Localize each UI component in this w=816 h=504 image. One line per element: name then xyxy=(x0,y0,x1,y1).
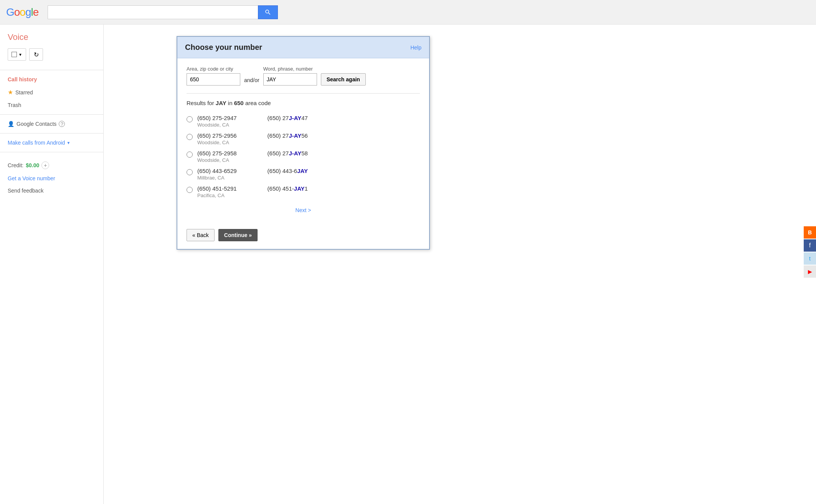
help-icon: ? xyxy=(59,121,65,127)
sidebar-divider-4 xyxy=(0,152,103,152)
result-location-1: Woodside, CA xyxy=(197,122,237,128)
modal-title: Choose your number xyxy=(185,43,262,52)
add-credit-button[interactable]: + xyxy=(41,161,49,169)
result-row: (650) 275-2947 Woodside, CA (650) 27J-AY… xyxy=(187,112,420,130)
result-numbers-1: (650) 275-2947 Woodside, CA (650) 27J-AY… xyxy=(197,115,308,128)
results-list: (650) 275-2947 Woodside, CA (650) 27J-AY… xyxy=(187,112,420,201)
main: Voice ▼ ↻ Call history ★ Starred Trash 👤… xyxy=(0,25,816,504)
formatted-highlight-2: J-AY xyxy=(289,132,301,139)
logo-o2: o xyxy=(20,6,25,18)
result-plain-1: (650) 275-2947 xyxy=(197,115,237,121)
formatted-suffix-2: 56 xyxy=(301,132,308,139)
sidebar-item-make-calls[interactable]: Make calls from Android ▼ xyxy=(0,137,103,149)
formatted-prefix-4: (650) 443-6 xyxy=(268,168,297,174)
search-again-button[interactable]: Search again xyxy=(321,73,366,86)
result-formatted-3: (650) 27J-AY58 xyxy=(268,150,308,156)
facebook-icon[interactable]: f xyxy=(804,239,816,252)
content: Choose your number Help Area, zip code o… xyxy=(104,25,816,504)
result-radio-2[interactable] xyxy=(187,134,193,140)
sidebar-item-trash[interactable]: Trash xyxy=(0,99,103,111)
youtube-icon[interactable]: ▶ xyxy=(804,265,816,278)
refresh-icon: ↻ xyxy=(34,51,39,58)
formatted-suffix-1: 47 xyxy=(301,115,308,121)
twitter-icon[interactable]: t xyxy=(804,252,816,265)
word-field-group: Word, phrase, number xyxy=(263,66,317,86)
result-formatted-1: (650) 27J-AY47 xyxy=(268,115,308,121)
result-plain-2: (650) 275-2956 xyxy=(197,132,237,139)
modal-body: Area, zip code or city and/or Word, phra… xyxy=(177,58,429,224)
search-input[interactable] xyxy=(48,5,258,19)
sidebar-item-starred[interactable]: ★ Starred xyxy=(0,86,103,99)
modal-header: Choose your number Help xyxy=(177,37,429,58)
google-logo: Google xyxy=(6,6,38,18)
result-numbers-3: (650) 275-2958 Woodside, CA (650) 27J-AY… xyxy=(197,150,308,163)
modal-footer: « Back Continue » xyxy=(177,224,429,249)
result-numbers-4: (650) 443-6529 Millbrae, CA (650) 443-6J… xyxy=(197,168,308,181)
result-row-2: (650) 275-2956 Woodside, CA (650) 27J-AY… xyxy=(187,130,420,148)
get-voice-number-link[interactable]: Get a Voice number xyxy=(0,172,103,184)
result-row-3: (650) 275-2958 Woodside, CA (650) 27J-AY… xyxy=(187,148,420,165)
results-heading: Results for JAY in 650 area code xyxy=(187,100,420,106)
sidebar-divider xyxy=(0,70,103,70)
back-button[interactable]: « Back xyxy=(187,229,215,241)
result-radio-1[interactable] xyxy=(187,116,193,122)
area-input[interactable] xyxy=(187,73,240,86)
sidebar-item-google-contacts[interactable]: 👤 Google Contacts ? xyxy=(0,118,103,130)
checkbox-toolbar-button[interactable]: ▼ xyxy=(8,48,26,61)
sidebar: Voice ▼ ↻ Call history ★ Starred Trash 👤… xyxy=(0,25,104,504)
next-link[interactable]: Next > xyxy=(296,207,311,213)
header: Google xyxy=(0,0,816,25)
logo-g2: g xyxy=(25,6,31,18)
sidebar-credit: Credit: $0.00 + xyxy=(0,155,103,172)
result-row-5: (650) 451-5291 Pacifica, CA (650) 451-JA… xyxy=(187,183,420,201)
social-icons: B f t ▶ xyxy=(804,226,816,278)
result-radio-5[interactable] xyxy=(187,187,193,193)
formatted-prefix-3: (650) 27 xyxy=(268,150,289,156)
formatted-highlight-4: JAY xyxy=(297,168,308,174)
checkbox-icon xyxy=(12,52,17,57)
result-left-3: (650) 275-2958 Woodside, CA xyxy=(197,150,237,163)
star-icon: ★ xyxy=(8,89,13,96)
sidebar-item-call-history[interactable]: Call history xyxy=(0,73,103,86)
result-plain-4: (650) 443-6529 xyxy=(197,168,237,174)
formatted-highlight-3: J-AY xyxy=(289,150,301,156)
results-keyword: JAY xyxy=(216,100,226,106)
blogger-icon[interactable]: B xyxy=(804,226,816,239)
modal-divider xyxy=(187,93,420,94)
sidebar-divider-2 xyxy=(0,114,103,115)
result-left-4: (650) 443-6529 Millbrae, CA xyxy=(197,168,237,181)
result-location-2: Woodside, CA xyxy=(197,140,237,145)
result-location-4: Millbrae, CA xyxy=(197,175,237,181)
logo-o1: o xyxy=(14,6,20,18)
result-numbers-5: (650) 451-5291 Pacifica, CA (650) 451-JA… xyxy=(197,185,308,198)
result-radio-3[interactable] xyxy=(187,152,193,158)
chevron-down-icon-android: ▼ xyxy=(66,141,70,145)
chevron-down-icon: ▼ xyxy=(18,53,22,57)
area-label: Area, zip code or city xyxy=(187,66,240,72)
result-formatted-5: (650) 451-JAY1 xyxy=(268,185,308,192)
refresh-button[interactable]: ↻ xyxy=(29,48,43,61)
result-row-4: (650) 443-6529 Millbrae, CA (650) 443-6J… xyxy=(187,165,420,183)
send-feedback-link[interactable]: Send feedback xyxy=(0,184,103,197)
search-icon xyxy=(264,9,271,16)
logo-e: e xyxy=(33,6,39,18)
formatted-suffix-5: 1 xyxy=(305,185,308,192)
result-plain-3: (650) 275-2958 xyxy=(197,150,237,156)
result-location-3: Woodside, CA xyxy=(197,157,237,163)
continue-button[interactable]: Continue » xyxy=(218,229,258,241)
result-left-2: (650) 275-2956 Woodside, CA xyxy=(197,132,237,145)
result-radio-4[interactable] xyxy=(187,169,193,175)
result-left-5: (650) 451-5291 Pacifica, CA xyxy=(197,185,237,198)
logo-g: G xyxy=(6,6,14,18)
next-link-container: Next > xyxy=(187,207,420,214)
formatted-prefix-5: (650) 451- xyxy=(268,185,294,192)
result-formatted-2: (650) 27J-AY56 xyxy=(268,132,308,139)
result-left-1: (650) 275-2947 Woodside, CA xyxy=(197,115,237,128)
word-label: Word, phrase, number xyxy=(263,66,317,72)
result-plain-5: (650) 451-5291 xyxy=(197,185,237,192)
modal-help-link[interactable]: Help xyxy=(410,44,421,51)
word-input[interactable] xyxy=(263,73,317,86)
formatted-highlight-1: J-AY xyxy=(289,115,301,121)
choose-number-modal: Choose your number Help Area, zip code o… xyxy=(177,36,430,250)
search-button[interactable] xyxy=(258,5,278,19)
